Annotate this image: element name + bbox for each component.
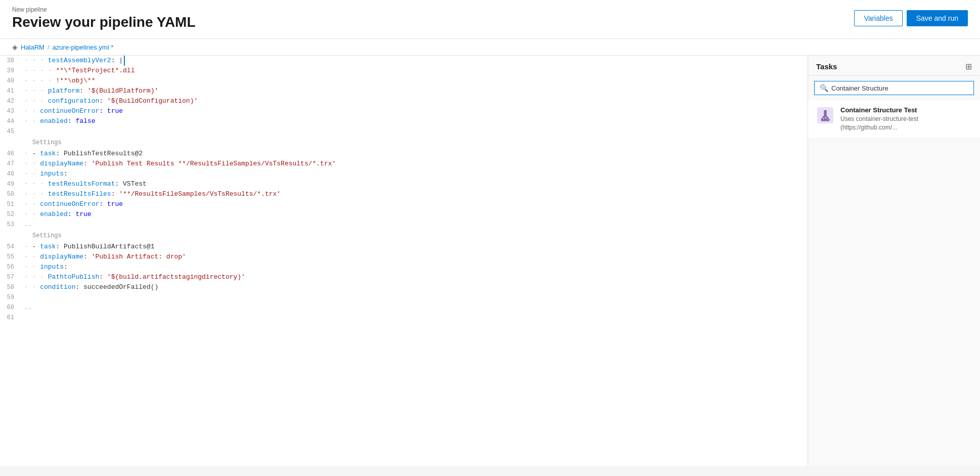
yaml-glob: !**\obj\** — [56, 77, 95, 84]
breadcrumb-file[interactable]: azure-pipelines.yml * — [53, 44, 114, 51]
yaml-value: : true — [99, 200, 123, 208]
search-input[interactable] — [831, 84, 968, 92]
collapse-icon[interactable]: ⊞ — [965, 62, 972, 71]
line-content: · - task: PublishTestResults@2 — [20, 149, 808, 159]
line-content: · · · testAssemblyVer2: | — [20, 56, 808, 66]
line-content: · · continueOnError: true — [20, 106, 808, 116]
line-number: 52 — [0, 209, 20, 220]
line-content: .. — [20, 220, 808, 230]
table-row: 42· · · configuration: '$(BuildConfigura… — [0, 96, 808, 106]
yaml-dash: - — [32, 243, 40, 250]
svg-point-3 — [825, 117, 827, 119]
yaml-key: testResultsFormat — [48, 180, 115, 188]
line-content: .. — [20, 302, 808, 313]
yaml-value: : 'Publish Test Results **/ResultsFileSa… — [83, 160, 336, 167]
cursor — [124, 56, 125, 66]
line-number: 54 — [0, 242, 20, 252]
line-number: 58 — [0, 282, 20, 292]
table-row: 56· · inputs: — [0, 262, 808, 272]
yaml-key: continueOnError — [40, 107, 99, 115]
line-content: · · enabled: true — [20, 209, 808, 220]
variables-button[interactable]: Variables — [854, 10, 902, 26]
table-row: 58· · condition: succeededOrFailed() — [0, 282, 808, 292]
table-row: 43· · continueOnError: true — [0, 106, 808, 116]
page-title: Review your pipeline YAML — [12, 14, 196, 30]
line-number: 38 — [0, 56, 20, 66]
save-and-run-button[interactable]: Save and run — [907, 10, 968, 26]
indent-dots: · · — [24, 283, 40, 291]
table-row: 52· · enabled: true — [0, 209, 808, 220]
yaml-key: configuration — [48, 97, 99, 105]
line-content: · - task: PublishBuildArtifacts@1 — [20, 242, 808, 252]
table-row: 55· · displayName: 'Publish Artifact: dr… — [0, 252, 808, 262]
tasks-title: Tasks — [816, 62, 837, 71]
breadcrumb-repo[interactable]: HalaRM — [21, 44, 44, 51]
line-content: · · · testResultsFormat: VSTest — [20, 179, 808, 189]
indent-dots: · · · — [24, 87, 48, 95]
header-buttons: Variables Save and run — [854, 10, 968, 26]
line-content: · · · configuration: '$(BuildConfigurati… — [20, 96, 808, 106]
yaml-key: PathtoPublish — [48, 273, 99, 281]
yaml-key: enabled — [40, 210, 68, 218]
yaml-value: : '$(BuildConfiguration)' — [99, 97, 198, 105]
line-content: · · displayName: 'Publish Artifact: drop… — [20, 252, 808, 262]
task-item[interactable]: Container Structure Test Uses container-… — [808, 100, 980, 139]
indent-dots: · — [24, 150, 32, 157]
yaml-key: inputs — [40, 170, 64, 178]
yaml-value: : PublishTestResults@2 — [56, 150, 143, 157]
table-row: 41· · · platform: '$(BuildPlatform)' — [0, 86, 808, 96]
line-number: 56 — [0, 262, 20, 272]
line-content: · · displayName: 'Publish Test Results *… — [20, 159, 808, 169]
line-number: 46 — [0, 149, 20, 159]
indent-dots: · · — [24, 253, 40, 261]
indent-dots: · · — [24, 117, 40, 125]
indent-dots: · · — [24, 107, 40, 115]
table-row: 47· · displayName: 'Publish Test Results… — [0, 159, 808, 169]
tasks-panel: Tasks ⊞ 🔍 — [808, 56, 980, 466]
line-content: · · enabled: false — [20, 116, 808, 126]
line-number: 39 — [0, 66, 20, 76]
line-number: 61 — [0, 313, 20, 323]
line-number: 41 — [0, 86, 20, 96]
yaml-value: : — [64, 170, 68, 178]
table-row: 48· · inputs: — [0, 169, 808, 179]
page-header: New pipeline Review your pipeline YAML V… — [0, 0, 980, 39]
table-row: 60.. — [0, 302, 808, 313]
line-number: 42 — [0, 96, 20, 106]
table-row: 44· · enabled: false — [0, 116, 808, 126]
yaml-value: : true — [99, 107, 123, 115]
table-row: Settings — [0, 230, 808, 242]
line-content: · · · testResultsFiles: '**/ResultsFileS… — [20, 189, 808, 199]
indent-dots: · · · · — [24, 67, 56, 74]
code-area[interactable]: 38· · · testAssemblyVer2: |39· · · · **\… — [0, 56, 808, 466]
line-number: 50 — [0, 189, 20, 199]
line-content: · · condition: succeededOrFailed() — [20, 282, 808, 292]
task-description: Uses container-structure-test (https://g… — [840, 115, 972, 132]
line-content — [20, 126, 808, 137]
indent-dots: · · — [24, 170, 40, 178]
code-table: 38· · · testAssemblyVer2: |39· · · · **\… — [0, 56, 808, 323]
yaml-end: .. — [24, 221, 32, 228]
table-row: 61 — [0, 313, 808, 323]
section-label: Settings — [28, 139, 66, 146]
table-row: 54· - task: PublishBuildArtifacts@1 — [0, 242, 808, 252]
line-number: 45 — [0, 126, 20, 137]
main-layout: 38· · · testAssemblyVer2: |39· · · · **\… — [0, 56, 980, 466]
tasks-header: Tasks ⊞ — [808, 56, 980, 76]
yaml-dash: - — [32, 150, 40, 157]
yaml-value: : 'Publish Artifact: drop' — [83, 253, 186, 261]
breadcrumb-separator: / — [48, 44, 50, 51]
indent-dots: · · — [24, 210, 40, 218]
line-content: · · · PathtoPublish: '$(build.artifactst… — [20, 272, 808, 282]
search-box: 🔍 — [814, 81, 974, 95]
line-content — [20, 292, 808, 302]
yaml-key: testAssemblyVer2 — [48, 57, 111, 64]
table-row: 50· · · testResultsFiles: '**/ResultsFil… — [0, 189, 808, 199]
indent-dots: · · · — [24, 180, 48, 188]
svg-point-2 — [823, 118, 824, 119]
table-row: 45 — [0, 126, 808, 137]
line-content — [20, 313, 808, 323]
yaml-key: task — [40, 150, 56, 157]
line-number: 51 — [0, 199, 20, 209]
yaml-value: : succeededOrFailed() — [75, 283, 158, 291]
